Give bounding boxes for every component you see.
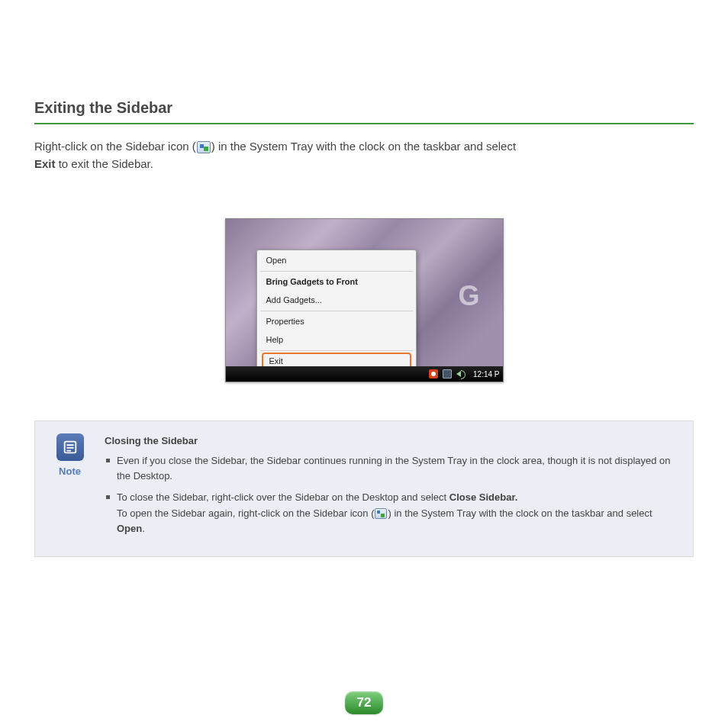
- menu-separator: [260, 350, 413, 351]
- note-b2-d: ) in the System Tray with the clock on t…: [388, 507, 652, 519]
- menu-item-open[interactable]: Open: [257, 252, 416, 269]
- taskbar: 12:14 P: [226, 366, 503, 382]
- sidebar-context-menu: Open Bring Gadgets to Front Add Gadgets.…: [256, 250, 417, 373]
- intro-text-pre: Right-click on the Sidebar icon (: [34, 140, 196, 153]
- intro-text-tail: to exit the Sidebar.: [56, 157, 153, 170]
- security-tray-icon[interactable]: [429, 369, 438, 378]
- note-b2-close-sidebar: Close Sidebar.: [449, 491, 518, 503]
- note-icon: [56, 433, 84, 461]
- screenshot-container: G Open Bring Gadgets to Front Add Gadget…: [34, 218, 694, 382]
- note-bullet-2: To close the Sidebar, right-click over t…: [105, 490, 679, 536]
- intro-text-post: ) in the System Tray with the clock on t…: [211, 140, 516, 153]
- sidebar-tray-icon: [375, 508, 387, 519]
- menu-item-add-gadgets[interactable]: Add Gadgets...: [257, 292, 416, 309]
- menu-item-bring-to-front[interactable]: Bring Gadgets to Front: [257, 273, 416, 291]
- note-left-column: Note: [49, 433, 91, 543]
- sidebar-tray-icon: [197, 141, 211, 153]
- note-bullet-1: Even if you close the Sidebar, the Sideb…: [105, 453, 679, 484]
- intro-paragraph: Right-click on the Sidebar icon () in th…: [34, 138, 694, 172]
- note-b2-f: .: [142, 523, 145, 534]
- note-b2-c: To open the Sidebar again, right-click o…: [117, 507, 374, 519]
- note-b2-a: To close the Sidebar, right-click over t…: [117, 491, 449, 503]
- menu-item-properties[interactable]: Properties: [257, 313, 416, 330]
- desktop-screenshot: G Open Bring Gadgets to Front Add Gadget…: [225, 218, 504, 382]
- note-box: Note Closing the Sidebar Even if you clo…: [34, 420, 694, 557]
- note-label: Note: [49, 465, 91, 477]
- volume-tray-icon[interactable]: [456, 369, 465, 378]
- taskbar-clock: 12:14 P: [473, 370, 499, 378]
- intro-bold-exit: Exit: [34, 157, 56, 170]
- menu-separator: [260, 311, 413, 311]
- note-body: Closing the Sidebar Even if you close th…: [105, 433, 679, 543]
- menu-separator: [260, 271, 413, 272]
- menu-item-help[interactable]: Help: [257, 331, 416, 349]
- note-b2-open: Open: [117, 523, 142, 534]
- background-letter: G: [458, 280, 479, 312]
- note-subtitle: Closing the Sidebar: [105, 433, 679, 449]
- section-heading: Exiting the Sidebar: [34, 99, 694, 124]
- page-number-badge: 72: [345, 691, 383, 714]
- display-tray-icon[interactable]: [443, 369, 452, 378]
